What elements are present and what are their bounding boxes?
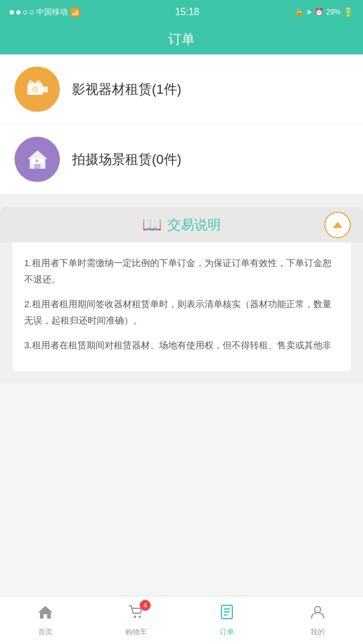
svg-point-17: [134, 616, 136, 618]
section-divider: [0, 195, 363, 207]
transaction-title: 交易说明: [168, 216, 221, 234]
nav-label-order: 订单: [220, 627, 234, 637]
transaction-body: 1.租用者下单时需缴纳一定比例的下单订金，为保证订单有效性，下单订金恕不退还。 …: [12, 242, 351, 371]
signal-dot-4: [30, 10, 34, 15]
transaction-para-1: 1.租用者下单时需缴纳一定比例的下单订金，为保证订单有效性，下单订金恕不退还。: [24, 255, 339, 287]
svg-rect-8: [43, 86, 48, 93]
wifi-icon: 📶: [70, 8, 80, 17]
battery-icon: 🔋: [343, 7, 353, 17]
svg-point-18: [139, 616, 141, 618]
category-item-photo[interactable]: 拍摄场景租赁(0件): [0, 125, 363, 195]
status-right: 🔒 ➤ ⏰ 29% 🔋: [295, 7, 353, 17]
photo-scene-label: 拍摄场景租赁(0件): [72, 151, 182, 169]
cart-badge: 4: [140, 600, 151, 611]
photo-icon-circle: [15, 137, 60, 182]
signal-dot-3: [23, 10, 27, 15]
carrier-label: 中国移动: [36, 7, 68, 18]
transaction-section: 📖 交易说明 1.租用者下单时需缴纳一定比例的下单订金，为保证订单有效性，下单订…: [0, 207, 363, 383]
alarm-icon: ⏰: [315, 8, 324, 16]
house-camera-icon: [25, 147, 50, 172]
bottom-nav: 首页 4 购物车 订单: [0, 596, 363, 644]
profile-icon: [309, 603, 326, 625]
battery-label: 29%: [326, 8, 341, 16]
status-time: 15:18: [175, 7, 199, 18]
nav-item-cart[interactable]: 4 购物车: [91, 596, 182, 644]
nav-item-order[interactable]: 订单: [182, 596, 272, 644]
category-list: 影视器材租赁(1件) 拍摄场景租赁(0件): [0, 54, 363, 195]
nav-item-profile[interactable]: 我的: [272, 596, 363, 644]
category-item-video[interactable]: 影视器材租赁(1件): [0, 54, 363, 125]
transaction-header-inner: 📖 交易说明: [142, 215, 221, 234]
status-bar: 中国移动 📶 15:18 🔒 ➤ ⏰ 29% 🔋: [0, 0, 363, 24]
signal-dot-1: [10, 10, 14, 15]
home-icon: [37, 603, 54, 625]
svg-point-23: [315, 607, 321, 613]
order-icon: [218, 603, 235, 625]
page-title: 订单: [168, 30, 195, 48]
status-left: 中国移动 📶: [10, 7, 80, 18]
transaction-para-2: 2.租用者租用期间签收器材租赁单时，则表示清单核实（器材功能正常，数量无误，起租…: [24, 296, 339, 328]
svg-rect-13: [41, 159, 44, 163]
camera-icon: [25, 77, 50, 102]
chevron-up-button[interactable]: [324, 212, 351, 238]
svg-rect-7: [28, 83, 42, 85]
nav-item-home[interactable]: 首页: [0, 596, 91, 644]
lock-icon: 🔒: [295, 8, 304, 16]
svg-point-2: [33, 88, 37, 91]
location-icon: ➤: [306, 8, 312, 16]
video-icon-circle: [15, 67, 60, 112]
book-icon: 📖: [142, 215, 162, 234]
svg-marker-16: [38, 606, 53, 619]
nav-label-profile: 我的: [310, 627, 325, 637]
transaction-para-3: 3.租用者在租赁期间对租赁器材、场地有使用权，但不得转租、售卖或其他非: [24, 337, 339, 353]
svg-point-12: [35, 159, 39, 163]
nav-label-home: 首页: [38, 627, 53, 637]
transaction-header: 📖 交易说明: [0, 207, 363, 242]
cart-icon: 4: [128, 603, 145, 625]
title-bar: 订单: [0, 24, 363, 54]
signal-dot-2: [16, 10, 21, 15]
video-equipment-label: 影视器材租赁(1件): [72, 80, 182, 99]
nav-label-cart: 购物车: [125, 627, 147, 637]
